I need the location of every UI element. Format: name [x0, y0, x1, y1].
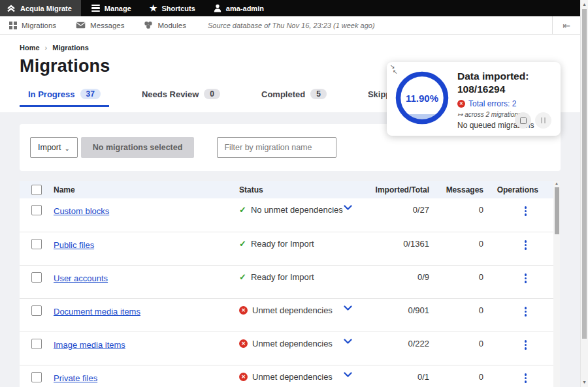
- select-all-checkbox[interactable]: [31, 185, 42, 195]
- tab-in-progress[interactable]: In Progress 37: [20, 85, 109, 107]
- topbar-item-manage[interactable]: Manage: [82, 0, 140, 16]
- import-progress-card: ↘↖ 11.90% Data imported: 108/16294 ✕ Tot…: [387, 62, 561, 136]
- migration-name-link[interactable]: Public files: [54, 240, 94, 250]
- admin-topbar: Acquia Migrate Manage ★ Shortcuts ama-ad…: [0, 0, 580, 16]
- page-scrollbar[interactable]: ▲ ▼: [580, 0, 588, 387]
- stop-import-button[interactable]: [515, 112, 531, 129]
- messages-count: 0: [429, 339, 483, 348]
- table-row: Private files ✕ Unmet dependencies 0/1 0: [20, 365, 560, 387]
- manage-label: Manage: [105, 5, 131, 12]
- expand-chevron-icon[interactable]: [344, 305, 352, 311]
- brand-label: Acquia Migrate: [20, 5, 72, 12]
- table-scrollbar[interactable]: ▲: [553, 181, 560, 387]
- kebab-menu-icon[interactable]: [522, 372, 530, 384]
- row-checkbox[interactable]: [31, 372, 42, 382]
- table-row: Public files ✓ Ready for Import 0/1361 0: [20, 232, 560, 265]
- tab-label: In Progress: [28, 89, 75, 99]
- chevron-down-icon: ⌄: [64, 145, 69, 152]
- table-scrollbar-thumb[interactable]: [555, 187, 559, 234]
- expand-chevron-icon[interactable]: [344, 205, 352, 211]
- toolbar-item-modules[interactable]: Modules: [134, 16, 195, 34]
- work-area: Import ⌄ No migrations selected Name Sta…: [0, 112, 580, 387]
- breadcrumb-current[interactable]: Migrations: [52, 44, 89, 52]
- messages-label: Messages: [90, 22, 124, 29]
- source-database-note: Source database of Thu Nov 16, 23:23 (1 …: [208, 22, 375, 29]
- imported-total-value: 0/27: [367, 205, 429, 215]
- collapse-left-icon: ⇤: [563, 20, 570, 31]
- table-row: Custom blocks ✓ No unmet dependencies 0/…: [20, 198, 560, 232]
- data-imported-title: Data imported:: [457, 70, 555, 83]
- expand-chevron-icon[interactable]: [344, 339, 352, 345]
- envelope-icon: [76, 22, 86, 29]
- modules-label: Modules: [157, 22, 186, 29]
- expand-chevron-icon[interactable]: [344, 372, 352, 378]
- scroll-up-icon[interactable]: ▲: [581, 1, 588, 8]
- imported-total-value: 0/901: [367, 305, 429, 315]
- kebab-menu-icon[interactable]: [522, 305, 530, 318]
- tab-completed[interactable]: Completed 5: [253, 85, 335, 107]
- status-ok-icon: ✓: [239, 205, 246, 215]
- user-icon: [214, 4, 221, 12]
- messages-count: 0: [429, 305, 483, 315]
- status-error-icon: ✕: [239, 373, 248, 381]
- collapse-toolbar-button[interactable]: ⇤: [552, 16, 580, 34]
- row-checkbox[interactable]: [31, 305, 42, 316]
- table-row: User accounts ✓ Ready for Import 0/9 0: [20, 265, 560, 298]
- tab-needs-review[interactable]: Needs Review 0: [133, 85, 229, 107]
- messages-count: 0: [429, 372, 483, 382]
- row-checkbox[interactable]: [31, 239, 42, 249]
- imported-total-value: 0/1: [367, 372, 429, 382]
- header-imported-total: Imported/Total: [367, 185, 429, 194]
- hamburger-menu-icon: [91, 5, 100, 12]
- status-error-icon: ✕: [239, 306, 248, 315]
- status-label: Ready for Import: [251, 239, 314, 249]
- across-arrow-icon: ↦: [457, 111, 463, 118]
- tab-count-badge: 0: [204, 89, 220, 99]
- scroll-up-icon[interactable]: ▲: [553, 181, 560, 185]
- star-icon: ★: [150, 4, 157, 12]
- kebab-menu-icon[interactable]: [522, 339, 530, 351]
- imported-total-value: 0/9: [367, 272, 429, 282]
- tab-count-badge: 5: [310, 89, 327, 99]
- tab-count-badge: 37: [80, 89, 101, 99]
- header-messages: Messages: [429, 185, 483, 194]
- import-dropdown-button[interactable]: Import ⌄: [30, 137, 78, 158]
- acquia-migrate-page: Acquia Migrate Manage ★ Shortcuts ama-ad…: [0, 0, 588, 387]
- kebab-menu-icon[interactable]: [522, 239, 530, 251]
- progress-percent: 11.90%: [395, 71, 449, 125]
- row-checkbox[interactable]: [31, 205, 42, 215]
- total-errors-row[interactable]: ✕ Total errors: 2: [457, 99, 555, 108]
- migration-name-link[interactable]: Image media items: [54, 340, 125, 350]
- migration-name-link[interactable]: User accounts: [54, 273, 108, 283]
- migration-name-link[interactable]: Private files: [54, 373, 97, 383]
- topbar-brand-acquia-migrate[interactable]: Acquia Migrate: [0, 0, 81, 16]
- breadcrumb-separator: ›: [45, 44, 48, 52]
- row-checkbox[interactable]: [31, 339, 42, 349]
- status-label: Ready for Import: [251, 272, 314, 282]
- tab-label: Completed: [261, 89, 305, 99]
- migration-name-link[interactable]: Custom blocks: [54, 206, 109, 216]
- page-scrollbar-thumb[interactable]: [582, 9, 587, 339]
- pause-import-button[interactable]: [535, 112, 551, 129]
- row-checkbox[interactable]: [31, 272, 42, 283]
- migration-filter-input[interactable]: [217, 137, 336, 158]
- kebab-menu-icon[interactable]: [522, 272, 530, 285]
- topbar-item-shortcuts[interactable]: ★ Shortcuts: [140, 0, 204, 16]
- migration-name-link[interactable]: Document media items: [54, 307, 140, 317]
- across-text: across 2 migrations: [465, 111, 521, 118]
- table-row: Document media items ✕ Unmet dependencie…: [20, 298, 560, 332]
- migrations-table: Name Status Imported/Total Messages Oper…: [20, 181, 560, 387]
- messages-count: 0: [429, 272, 483, 282]
- toolbar-item-migrations[interactable]: Migrations: [0, 16, 66, 34]
- topbar-item-user[interactable]: ama-admin: [204, 0, 273, 16]
- scroll-down-icon[interactable]: ▼: [581, 379, 588, 386]
- no-migrations-selected-button: No migrations selected: [81, 137, 195, 158]
- breadcrumb-home-link[interactable]: Home: [20, 44, 40, 52]
- status-label: Unmet dependencies: [252, 372, 333, 382]
- toolbar-item-messages[interactable]: Messages: [66, 16, 134, 34]
- progress-ring: 11.90%: [395, 71, 449, 125]
- total-errors-link[interactable]: Total errors: 2: [468, 99, 516, 108]
- kebab-menu-icon[interactable]: [522, 205, 530, 217]
- username-label: ama-admin: [226, 5, 264, 12]
- error-icon: ✕: [457, 100, 465, 108]
